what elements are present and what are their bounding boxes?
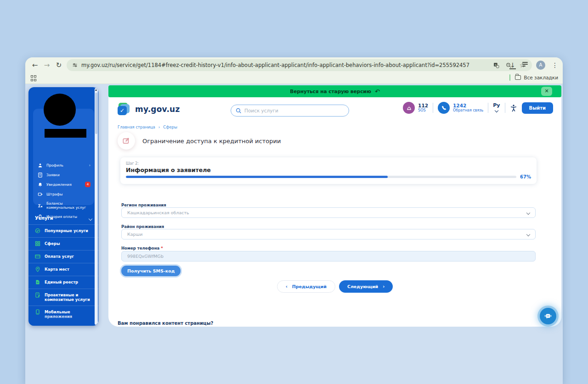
logo-icon: ✓ — [118, 103, 130, 116]
logout-button[interactable]: Выйти — [522, 102, 553, 114]
user-name-redacted — [45, 129, 86, 138]
browser-window: ← → ↻ my.gov.uz/ru/service/get/1184#free… — [25, 57, 563, 384]
phone-icon — [438, 102, 450, 114]
apps-grid-icon[interactable] — [31, 75, 37, 81]
region-select[interactable]: Кашкадарьинская область — [121, 207, 536, 218]
service-icon — [118, 132, 135, 150]
banner-close-icon[interactable]: ✕ — [541, 87, 552, 96]
sidebar-item-utility-balances[interactable]: Балансы коммунальных услуг — [33, 199, 94, 212]
sidebar-item-pay-services[interactable]: Оплата услуг — [28, 250, 98, 263]
services-header[interactable]: Услуги — [28, 214, 98, 224]
service-search[interactable] — [231, 105, 349, 117]
sidebar-item-mobile-apps[interactable]: Мобильные приложения — [28, 306, 98, 323]
feedback-number: 1242 — [453, 103, 483, 108]
page-title: Ограничение доступа к кредитной истории — [142, 138, 281, 145]
chevron-down-icon — [526, 211, 530, 215]
banner-text: Вернуться на старую версию — [290, 89, 371, 94]
scroll-up-icon[interactable] — [95, 89, 97, 91]
search-input[interactable] — [244, 108, 336, 113]
breadcrumb-separator-icon: › — [158, 125, 160, 129]
get-sms-button[interactable]: Получить SMS-код — [121, 266, 181, 276]
reading-list-icon[interactable] — [522, 61, 531, 69]
next-button[interactable]: Следующий › — [339, 280, 393, 293]
phone-label: Номер телефона * — [121, 246, 163, 250]
sidebar-item-notifications[interactable]: Уведомления 4 — [33, 180, 94, 189]
sidebar-scrollbar[interactable] — [95, 88, 98, 325]
sidebar-item-composite-services[interactable]: Проактивные и композитные услуги — [28, 289, 98, 306]
browser-toolbar: ← → ↻ my.gov.uz/ru/service/get/1184#free… — [25, 57, 563, 73]
breadcrumb-section[interactable]: Сферы — [163, 125, 177, 129]
phone-value: 998EQxGWfMGb — [127, 254, 164, 259]
address-bar[interactable]: my.gov.uz/ru/service/get/1184#freez-cred… — [67, 59, 532, 71]
browser-menu-icon[interactable]: ⋮ — [551, 61, 559, 69]
mobile-apps-icon — [35, 309, 40, 315]
sidebar-item-fines[interactable]: Штрафы — [33, 189, 94, 199]
popular-services-icon — [35, 228, 40, 234]
pay-services-icon — [35, 254, 40, 259]
search-icon — [236, 108, 242, 114]
translate-icon[interactable]: a — [493, 62, 499, 68]
feedback-contact[interactable]: 1242 Обратная связь — [438, 102, 483, 114]
progress-track — [126, 176, 516, 178]
logo-text: my.gov.uz — [135, 105, 180, 114]
sos-contact[interactable]: 112 SOS — [403, 102, 428, 114]
chatbot-button[interactable] — [540, 308, 556, 324]
region-label: Регион проживания — [121, 203, 166, 207]
sidebar-item-spheres[interactable]: Сферы — [28, 237, 98, 250]
composite-services-icon — [35, 292, 40, 298]
url-text: my.gov.uz/ru/service/get/1184#freez-cred… — [81, 62, 493, 68]
user-icon — [38, 163, 43, 168]
language-selector[interactable]: Ру — [493, 103, 500, 113]
main-content: ✓ my.gov.uz — [108, 97, 561, 327]
district-select[interactable]: Карши — [121, 229, 536, 239]
step-title: Информация о заявителе — [126, 167, 531, 173]
feedback-label: Обратная связь — [453, 108, 483, 113]
sidebar-item-applications[interactable]: Заявки — [33, 170, 94, 180]
chevron-down-icon — [89, 217, 92, 220]
chevron-left-icon: ‹ — [286, 284, 288, 289]
notifications-badge: 4 — [85, 182, 90, 187]
registry-icon — [35, 279, 40, 285]
downloads-icon[interactable]: ↓ — [509, 61, 517, 69]
site-logo[interactable]: ✓ my.gov.uz — [118, 103, 180, 116]
reload-icon[interactable]: ↻ — [53, 59, 65, 71]
desktop: ← → ↻ my.gov.uz/ru/service/get/1184#free… — [0, 0, 588, 384]
district-value: Карши — [127, 232, 142, 237]
content-feedback-question: Вам понравился контент страницы? — [118, 321, 213, 326]
sidebar-item-popular-services[interactable]: Популярные услуги — [28, 224, 98, 237]
sidebar-item-profile[interactable]: Профиль › — [33, 161, 94, 170]
undo-arrow-icon: ↶ — [375, 88, 380, 95]
fines-icon — [38, 192, 43, 197]
chevron-down-icon — [526, 233, 530, 236]
divider — [509, 74, 510, 81]
spheres-icon — [35, 241, 40, 246]
chevron-down-icon — [495, 109, 498, 112]
siren-icon — [403, 102, 415, 114]
bell-icon — [38, 182, 43, 187]
accessibility-icon[interactable] — [510, 104, 517, 112]
avatar[interactable] — [44, 94, 76, 126]
all-bookmarks[interactable]: Все закладки — [509, 74, 558, 81]
breadcrumb-home[interactable]: Главная страница — [118, 125, 155, 129]
all-bookmarks-label: Все закладки — [524, 75, 558, 80]
sos-number: 112 — [418, 103, 428, 108]
site-settings-icon[interactable] — [72, 62, 78, 68]
applications-icon — [38, 173, 43, 178]
sidebar-item-registry[interactable]: Единый реестр — [28, 276, 98, 289]
browser-profile-avatar[interactable]: A — [536, 61, 545, 70]
step-card: Шаг 2: Информация о заявителе 67% — [120, 157, 537, 184]
chatbot-icon — [544, 312, 552, 320]
chevron-right-icon: › — [89, 163, 90, 167]
phone-input[interactable]: 998EQxGWfMGb — [121, 251, 536, 262]
required-mark: * — [161, 246, 163, 250]
progress-fill — [126, 176, 388, 178]
user-sidebar: Профиль › Заявки Уведомления 4 Штрафы Ба… — [28, 87, 98, 326]
old-version-banner[interactable]: Вернуться на старую версию ↶ ✕ — [108, 85, 561, 97]
forward-icon[interactable]: → — [41, 59, 53, 71]
chevron-right-icon: › — [383, 284, 384, 289]
back-icon[interactable]: ← — [29, 59, 41, 71]
utility-balance-icon — [38, 203, 43, 208]
previous-button[interactable]: ‹ Предыдущий — [277, 280, 335, 293]
places-map-icon — [35, 267, 40, 272]
sidebar-item-places-map[interactable]: Карта мест — [28, 263, 98, 276]
